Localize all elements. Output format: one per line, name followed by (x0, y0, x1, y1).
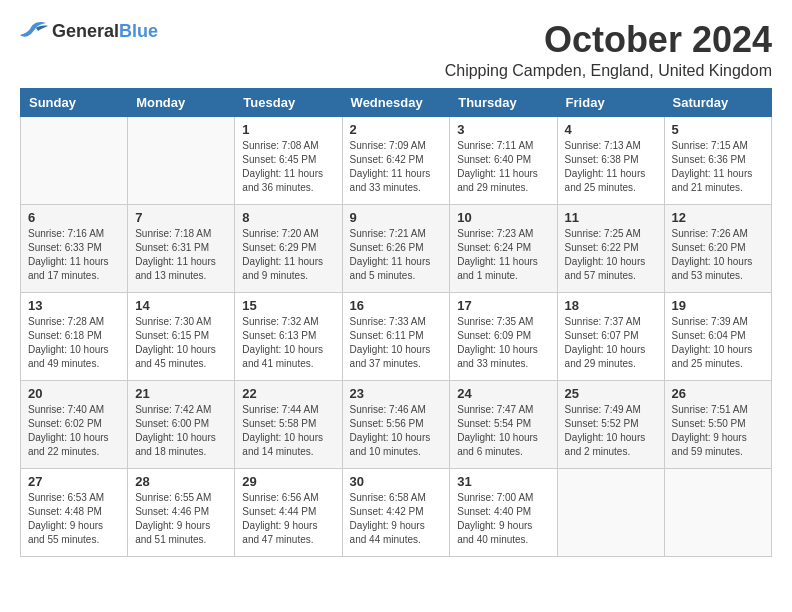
day-info: Sunrise: 7:09 AM Sunset: 6:42 PM Dayligh… (350, 139, 443, 195)
weekday-header-sunday: Sunday (21, 88, 128, 116)
day-number: 30 (350, 474, 443, 489)
day-info: Sunrise: 7:08 AM Sunset: 6:45 PM Dayligh… (242, 139, 334, 195)
day-number: 23 (350, 386, 443, 401)
calendar-cell: 2Sunrise: 7:09 AM Sunset: 6:42 PM Daylig… (342, 116, 450, 204)
day-info: Sunrise: 7:46 AM Sunset: 5:56 PM Dayligh… (350, 403, 443, 459)
day-info: Sunrise: 7:33 AM Sunset: 6:11 PM Dayligh… (350, 315, 443, 371)
day-info: Sunrise: 7:51 AM Sunset: 5:50 PM Dayligh… (672, 403, 764, 459)
day-number: 25 (565, 386, 657, 401)
calendar-cell: 7Sunrise: 7:18 AM Sunset: 6:31 PM Daylig… (128, 204, 235, 292)
day-info: Sunrise: 7:47 AM Sunset: 5:54 PM Dayligh… (457, 403, 549, 459)
day-info: Sunrise: 7:15 AM Sunset: 6:36 PM Dayligh… (672, 139, 764, 195)
day-number: 1 (242, 122, 334, 137)
calendar-cell: 24Sunrise: 7:47 AM Sunset: 5:54 PM Dayli… (450, 380, 557, 468)
day-number: 22 (242, 386, 334, 401)
calendar-cell: 28Sunrise: 6:55 AM Sunset: 4:46 PM Dayli… (128, 468, 235, 556)
day-number: 5 (672, 122, 764, 137)
week-row-1: 1Sunrise: 7:08 AM Sunset: 6:45 PM Daylig… (21, 116, 772, 204)
calendar-cell: 30Sunrise: 6:58 AM Sunset: 4:42 PM Dayli… (342, 468, 450, 556)
calendar-table: SundayMondayTuesdayWednesdayThursdayFrid… (20, 88, 772, 557)
day-info: Sunrise: 7:49 AM Sunset: 5:52 PM Dayligh… (565, 403, 657, 459)
day-number: 15 (242, 298, 334, 313)
day-info: Sunrise: 7:35 AM Sunset: 6:09 PM Dayligh… (457, 315, 549, 371)
day-number: 20 (28, 386, 120, 401)
day-number: 12 (672, 210, 764, 225)
calendar-cell: 14Sunrise: 7:30 AM Sunset: 6:15 PM Dayli… (128, 292, 235, 380)
calendar-cell: 3Sunrise: 7:11 AM Sunset: 6:40 PM Daylig… (450, 116, 557, 204)
day-number: 31 (457, 474, 549, 489)
page-header: GeneralBlue October 2024 Chipping Campde… (20, 20, 772, 80)
calendar-cell: 6Sunrise: 7:16 AM Sunset: 6:33 PM Daylig… (21, 204, 128, 292)
calendar-cell: 25Sunrise: 7:49 AM Sunset: 5:52 PM Dayli… (557, 380, 664, 468)
calendar-cell: 31Sunrise: 7:00 AM Sunset: 4:40 PM Dayli… (450, 468, 557, 556)
day-info: Sunrise: 7:20 AM Sunset: 6:29 PM Dayligh… (242, 227, 334, 283)
logo-icon (20, 20, 48, 42)
day-info: Sunrise: 7:23 AM Sunset: 6:24 PM Dayligh… (457, 227, 549, 283)
day-number: 13 (28, 298, 120, 313)
day-info: Sunrise: 7:32 AM Sunset: 6:13 PM Dayligh… (242, 315, 334, 371)
day-info: Sunrise: 7:30 AM Sunset: 6:15 PM Dayligh… (135, 315, 227, 371)
calendar-cell: 13Sunrise: 7:28 AM Sunset: 6:18 PM Dayli… (21, 292, 128, 380)
week-row-3: 13Sunrise: 7:28 AM Sunset: 6:18 PM Dayli… (21, 292, 772, 380)
logo: GeneralBlue (20, 20, 158, 42)
calendar-cell (21, 116, 128, 204)
day-number: 8 (242, 210, 334, 225)
week-row-2: 6Sunrise: 7:16 AM Sunset: 6:33 PM Daylig… (21, 204, 772, 292)
day-number: 28 (135, 474, 227, 489)
calendar-cell: 12Sunrise: 7:26 AM Sunset: 6:20 PM Dayli… (664, 204, 771, 292)
calendar-cell: 22Sunrise: 7:44 AM Sunset: 5:58 PM Dayli… (235, 380, 342, 468)
day-info: Sunrise: 7:00 AM Sunset: 4:40 PM Dayligh… (457, 491, 549, 547)
calendar-cell: 5Sunrise: 7:15 AM Sunset: 6:36 PM Daylig… (664, 116, 771, 204)
calendar-cell: 23Sunrise: 7:46 AM Sunset: 5:56 PM Dayli… (342, 380, 450, 468)
calendar-cell: 11Sunrise: 7:25 AM Sunset: 6:22 PM Dayli… (557, 204, 664, 292)
weekday-header-friday: Friday (557, 88, 664, 116)
day-number: 10 (457, 210, 549, 225)
day-number: 27 (28, 474, 120, 489)
day-number: 21 (135, 386, 227, 401)
day-number: 3 (457, 122, 549, 137)
day-number: 11 (565, 210, 657, 225)
day-number: 17 (457, 298, 549, 313)
calendar-cell (128, 116, 235, 204)
weekday-header-wednesday: Wednesday (342, 88, 450, 116)
day-info: Sunrise: 7:16 AM Sunset: 6:33 PM Dayligh… (28, 227, 120, 283)
day-info: Sunrise: 7:21 AM Sunset: 6:26 PM Dayligh… (350, 227, 443, 283)
week-row-5: 27Sunrise: 6:53 AM Sunset: 4:48 PM Dayli… (21, 468, 772, 556)
day-number: 16 (350, 298, 443, 313)
calendar-cell: 19Sunrise: 7:39 AM Sunset: 6:04 PM Dayli… (664, 292, 771, 380)
day-info: Sunrise: 7:11 AM Sunset: 6:40 PM Dayligh… (457, 139, 549, 195)
calendar-cell: 10Sunrise: 7:23 AM Sunset: 6:24 PM Dayli… (450, 204, 557, 292)
day-info: Sunrise: 6:53 AM Sunset: 4:48 PM Dayligh… (28, 491, 120, 547)
month-title: October 2024 (445, 20, 772, 60)
calendar-cell: 16Sunrise: 7:33 AM Sunset: 6:11 PM Dayli… (342, 292, 450, 380)
calendar-cell: 9Sunrise: 7:21 AM Sunset: 6:26 PM Daylig… (342, 204, 450, 292)
day-info: Sunrise: 7:28 AM Sunset: 6:18 PM Dayligh… (28, 315, 120, 371)
week-row-4: 20Sunrise: 7:40 AM Sunset: 6:02 PM Dayli… (21, 380, 772, 468)
weekday-header-thursday: Thursday (450, 88, 557, 116)
day-number: 4 (565, 122, 657, 137)
calendar-cell: 4Sunrise: 7:13 AM Sunset: 6:38 PM Daylig… (557, 116, 664, 204)
day-number: 24 (457, 386, 549, 401)
day-number: 29 (242, 474, 334, 489)
day-number: 14 (135, 298, 227, 313)
day-info: Sunrise: 7:26 AM Sunset: 6:20 PM Dayligh… (672, 227, 764, 283)
calendar-cell: 1Sunrise: 7:08 AM Sunset: 6:45 PM Daylig… (235, 116, 342, 204)
weekday-header-saturday: Saturday (664, 88, 771, 116)
day-info: Sunrise: 7:13 AM Sunset: 6:38 PM Dayligh… (565, 139, 657, 195)
weekday-header-row: SundayMondayTuesdayWednesdayThursdayFrid… (21, 88, 772, 116)
calendar-cell: 27Sunrise: 6:53 AM Sunset: 4:48 PM Dayli… (21, 468, 128, 556)
calendar-cell: 29Sunrise: 6:56 AM Sunset: 4:44 PM Dayli… (235, 468, 342, 556)
day-number: 18 (565, 298, 657, 313)
day-info: Sunrise: 7:42 AM Sunset: 6:00 PM Dayligh… (135, 403, 227, 459)
day-info: Sunrise: 7:18 AM Sunset: 6:31 PM Dayligh… (135, 227, 227, 283)
day-info: Sunrise: 7:44 AM Sunset: 5:58 PM Dayligh… (242, 403, 334, 459)
calendar-cell: 17Sunrise: 7:35 AM Sunset: 6:09 PM Dayli… (450, 292, 557, 380)
logo-general: General (52, 21, 119, 41)
location: Chipping Campden, England, United Kingdo… (445, 62, 772, 80)
calendar-cell: 21Sunrise: 7:42 AM Sunset: 6:00 PM Dayli… (128, 380, 235, 468)
day-number: 26 (672, 386, 764, 401)
day-number: 9 (350, 210, 443, 225)
calendar-cell: 18Sunrise: 7:37 AM Sunset: 6:07 PM Dayli… (557, 292, 664, 380)
weekday-header-tuesday: Tuesday (235, 88, 342, 116)
day-info: Sunrise: 6:56 AM Sunset: 4:44 PM Dayligh… (242, 491, 334, 547)
